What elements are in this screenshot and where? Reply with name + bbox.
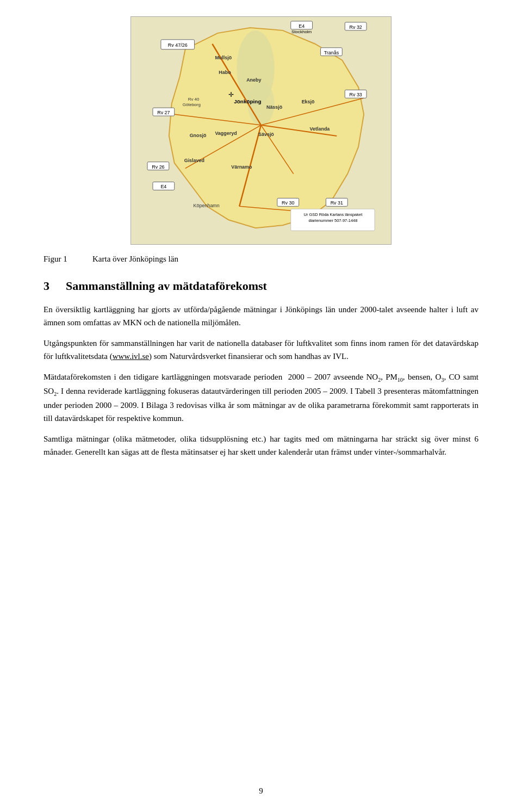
svg-text:diarienummer 507-97-1448: diarienummer 507-97-1448 — [308, 218, 357, 223]
svg-text:Göteborg: Göteborg — [183, 102, 201, 107]
section-heading: 3Sammanställning av mätdataförekomst — [44, 279, 478, 293]
figure-caption-text: Karta över Jönköpings län — [92, 255, 178, 264]
svg-text:Eksjö: Eksjö — [302, 99, 315, 104]
map-container: Rv 47/26 E4 Stockholm Rv 32 Rv 27 Rv 26 … — [44, 16, 478, 245]
paragraph-3: Mätdataförekomsten i den tidigare kartlä… — [44, 370, 478, 425]
svg-text:Rv 31: Rv 31 — [331, 200, 343, 206]
figure-label: Figur 1 — [44, 255, 92, 264]
svg-text:Nässjö: Nässjö — [266, 104, 283, 110]
svg-text:Rv 40: Rv 40 — [188, 97, 200, 102]
svg-text:Jönköping: Jönköping — [234, 98, 261, 104]
svg-text:Rv 33: Rv 33 — [349, 92, 362, 97]
svg-text:Rv 30: Rv 30 — [282, 200, 294, 206]
figure-caption: Figur 1 Karta över Jönköpings län — [44, 255, 478, 264]
svg-text:Rv 32: Rv 32 — [349, 24, 362, 30]
svg-text:E4: E4 — [299, 23, 304, 29]
svg-text:Vaggeryd: Vaggeryd — [215, 131, 237, 136]
map-image: Rv 47/26 E4 Stockholm Rv 32 Rv 27 Rv 26 … — [130, 16, 391, 245]
section-title: Sammanställning av mätdataförekomst — [66, 279, 267, 293]
map-svg: Rv 47/26 E4 Stockholm Rv 32 Rv 27 Rv 26 … — [131, 17, 391, 244]
svg-text:Habo: Habo — [219, 70, 231, 75]
paragraph-4: Samtliga mätningar (olika mätmetoder, ol… — [44, 432, 478, 458]
svg-text:Ur GSD Röda Kartans länspaket: Ur GSD Röda Kartans länspaket — [304, 212, 363, 217]
svg-text:✛: ✛ — [228, 91, 234, 98]
page-number: 9 — [259, 786, 263, 796]
co-text: CO — [449, 373, 461, 381]
svg-text:Mullsjö: Mullsjö — [215, 55, 232, 60]
svg-text:Vetlanda: Vetlanda — [310, 126, 331, 132]
svg-text:Stockholm: Stockholm — [291, 29, 312, 34]
svg-text:Rv 47/26: Rv 47/26 — [168, 42, 188, 48]
svg-text:Rv 27: Rv 27 — [157, 110, 170, 115]
svg-text:E4: E4 — [160, 184, 166, 189]
svg-text:Rv 26: Rv 26 — [152, 164, 164, 170]
ivl-link[interactable]: www.ivl.se — [113, 352, 149, 361]
svg-text:Sävsjö: Sävsjö — [258, 132, 274, 137]
page: Rv 47/26 E4 Stockholm Rv 32 Rv 27 Rv 26 … — [0, 0, 522, 812]
paragraph-1: En översiktlig kartläggning har gjorts a… — [44, 303, 478, 329]
svg-text:Gnosjö: Gnosjö — [190, 133, 207, 138]
svg-text:Gislaved: Gislaved — [184, 158, 204, 163]
svg-text:Aneby: Aneby — [246, 77, 261, 83]
paragraph-2: Utgångspunkten för sammanställningen har… — [44, 337, 478, 363]
svg-text:Tranås: Tranås — [324, 50, 339, 55]
svg-text:Värnamo: Värnamo — [231, 164, 252, 170]
svg-text:Köpenhamn: Köpenhamn — [194, 203, 220, 208]
section-number: 3 — [44, 279, 49, 293]
